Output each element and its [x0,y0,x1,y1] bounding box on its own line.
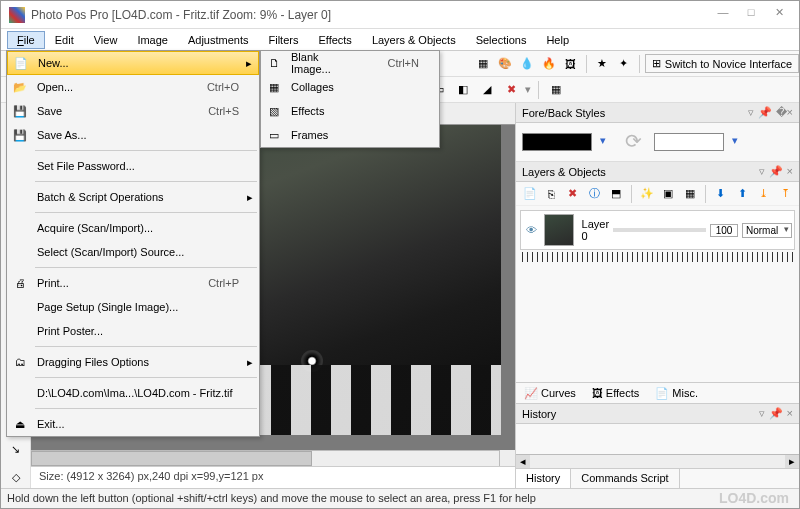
effects-menu-icon: ▧ [261,105,287,118]
grid-icon[interactable]: ▦ [546,80,566,100]
app-logo [9,7,25,23]
panel-pin-icon[interactable]: 📌 [758,106,772,119]
wand-icon[interactable]: ✦ [614,54,634,74]
menu-help[interactable]: Help [536,31,579,49]
submenu-effects[interactable]: ▧ Effects [261,99,439,123]
visibility-icon[interactable]: 👁 [523,224,540,236]
move-bottom-icon[interactable]: ⤓ [754,184,774,204]
swap-colors-icon[interactable]: ⟳ [620,129,646,155]
menu-selections[interactable]: Selections [466,31,537,49]
menu-recent-file[interactable]: D:\LO4D.com\Ima...\LO4D.com - Fritz.tif [7,381,259,405]
eraser-tool-icon[interactable]: ◢ [477,80,497,100]
menu-layers[interactable]: Layers & Objects [362,31,466,49]
menu-image[interactable]: Image [127,31,178,49]
layer-ruler [522,252,793,262]
size-info: Size: (4912 x 3264) px,240 dpi x=99,y=12… [31,466,515,488]
layer-name: Layer 0 [578,218,610,242]
switch-icon: ⊞ [652,57,661,70]
menu-filters[interactable]: Filters [258,31,308,49]
menu-exit[interactable]: ⏏ Exit... [7,412,259,436]
menu-page-setup[interactable]: Page Setup (Single Image)... [7,295,259,319]
status-text: Hold down the left button (optional +shi… [7,492,536,504]
blank-image-icon: 🗋 [261,57,287,69]
close-button[interactable]: ✕ [767,6,791,24]
open-icon: 📂 [7,81,33,94]
file-menu-dropdown: 📄 New... ▸ 📂 Open... Ctrl+O 💾 Save Ctrl+… [6,50,260,437]
group-icon[interactable]: ▣ [659,184,679,204]
menu-dragging-options[interactable]: 🗂 Dragging Files Options ▸ [7,350,259,374]
star-icon[interactable]: ★ [592,54,612,74]
mask-icon[interactable]: ▦ [680,184,700,204]
horizontal-scrollbar[interactable] [31,450,499,466]
tab-curves[interactable]: 📈Curves [520,385,580,402]
opacity-slider[interactable] [613,228,706,232]
duplicate-layer-icon[interactable]: ⎘ [542,184,562,204]
watermark: LO4D.com [719,490,789,506]
shape-tool[interactable]: ◇ [5,466,27,488]
menu-view[interactable]: View [84,31,128,49]
minimize-button[interactable]: — [711,6,735,24]
foreback-panel-title: Fore/Back Styles [522,107,605,119]
menu-save[interactable]: 💾 Save Ctrl+S [7,99,259,123]
picture-icon[interactable]: 🖼 [561,54,581,74]
move-up-icon[interactable]: ⬆ [732,184,752,204]
opacity-input[interactable]: 100 [710,224,738,237]
frames-icon: ▭ [261,129,287,142]
delete-layer-icon[interactable]: ✖ [563,184,583,204]
move-top-icon[interactable]: ⤒ [776,184,796,204]
move-down-icon[interactable]: ⬇ [711,184,731,204]
background-swatch[interactable] [654,133,724,151]
menu-file[interactable]: File [7,31,45,49]
menu-select-source[interactable]: Select (Scan/Import) Source... [7,240,259,264]
tab-misc[interactable]: 📄Misc. [651,385,702,402]
layer-props-icon[interactable]: ⓘ [585,184,605,204]
palette-icon[interactable]: 🎨 [495,54,515,74]
menu-edit[interactable]: Edit [45,31,84,49]
menu-effects[interactable]: Effects [308,31,361,49]
droplet-icon[interactable]: 💧 [517,54,537,74]
effects-icon: 🖼 [592,387,603,399]
fx-browser-icon[interactable]: ▦ [473,54,493,74]
mask-tool-icon[interactable]: ◧ [453,80,473,100]
menu-adjustments[interactable]: Adjustments [178,31,259,49]
panel-menu-icon[interactable]: ▿ [748,106,754,119]
saveas-icon: 💾 [7,129,33,142]
layer-row[interactable]: 👁 Layer 0 100 Normal [520,210,795,250]
history-tab[interactable]: History [516,469,571,488]
fore-dropdown-icon[interactable]: ▾ [600,134,612,150]
submenu-collages[interactable]: ▦ Collages [261,75,439,99]
curves-icon: 📈 [524,387,538,400]
panel-close-icon[interactable]: �× [776,106,793,119]
menu-open[interactable]: 📂 Open... Ctrl+O [7,75,259,99]
delete-icon[interactable]: ✖ [501,80,521,100]
menu-print[interactable]: 🖨 Print... Ctrl+P [7,271,259,295]
menu-set-password[interactable]: Set File Password... [7,154,259,178]
menu-print-poster[interactable]: Print Poster... [7,319,259,343]
menu-saveas[interactable]: 💾 Save As... [7,123,259,147]
switch-novice-button[interactable]: ⊞ Switch to Novice Interface [645,54,799,73]
exit-icon: ⏏ [7,418,33,431]
foreground-swatch[interactable] [522,133,592,151]
new-icon: 📄 [8,57,34,70]
save-icon: 💾 [7,105,33,118]
collages-icon: ▦ [261,81,287,94]
menu-acquire[interactable]: Acquire (Scan/Import)... [7,216,259,240]
blend-mode-select[interactable]: Normal [742,223,792,238]
tab-effects[interactable]: 🖼Effects [588,385,643,401]
new-layer-icon[interactable]: 📄 [520,184,540,204]
merge-icon[interactable]: ⬒ [606,184,626,204]
fire-icon[interactable]: 🔥 [539,54,559,74]
submenu-blank-image[interactable]: 🗋 Blank Image... Ctrl+N [261,51,439,75]
back-dropdown-icon[interactable]: ▾ [732,134,744,150]
menubar: File Edit View Image Adjustments Filters… [1,29,799,51]
menu-new[interactable]: 📄 New... ▸ [7,51,259,75]
menu-batch[interactable]: Batch & Script Operations ▸ [7,185,259,209]
maximize-button[interactable]: □ [739,6,763,24]
commands-script-tab[interactable]: Commands Script [571,469,679,488]
history-scrollbar[interactable]: ◂▸ [516,454,799,468]
drag-icon: 🗂 [7,356,33,368]
submenu-frames[interactable]: ▭ Frames [261,123,439,147]
line-tool[interactable]: ↘ [5,438,27,460]
fx-icon[interactable]: ✨ [637,184,657,204]
layers-panel-title: Layers & Objects [522,166,606,178]
